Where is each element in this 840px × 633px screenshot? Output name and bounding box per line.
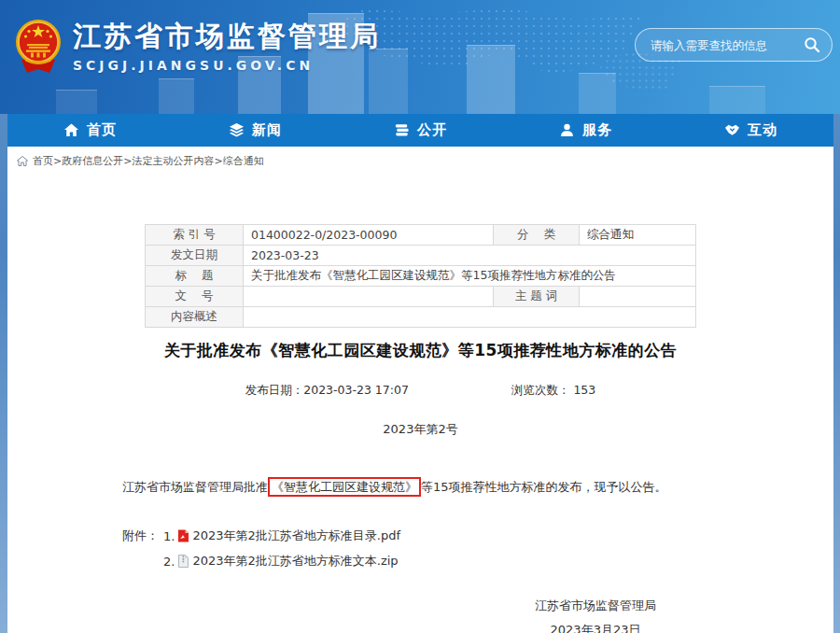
signature-date: 2023年3月23日 [497,618,693,633]
meta-label-summary: 内容概述 [146,307,244,328]
attachment-name: 2023年第2批江苏省地方标准目录.pdf [192,528,400,544]
books-icon [394,122,410,138]
nav-label: 公开 [417,121,447,139]
meta-value-date: 2023-03-23 [244,246,696,266]
view-count: 浏览次数： 153 [511,383,595,399]
meta-value-title: 关于批准发布《智慧化工园区建设规范》等15项推荐性地方标准的公告 [244,266,696,287]
meta-label-keywords: 主 题 词 [494,287,580,307]
attachment-index: 1. [163,529,175,543]
main-nav: 首页 新闻 公开 服务 [7,114,833,147]
site-banner: 江苏省市场监督管理局 SCJGJ.JIANGSU.GOV.CN [0,0,840,114]
meta-label-category: 分 类 [494,225,580,246]
breadcrumb: 首页>政府信息公开>法定主动公开内容>综合通知 [7,147,833,173]
home-icon [63,122,79,138]
nav-item-interaction[interactable]: 互动 [668,114,833,147]
article-title: 关于批准发布《智慧化工园区建设规范》等15项推荐性地方标准的公告 [7,340,833,361]
page: 江苏省市场监督管理局 SCJGJ.JIANGSU.GOV.CN 首页 [0,0,840,633]
zip-icon [177,555,189,568]
cityscape-decoration [467,45,515,114]
signature-organization: 江苏省市场监督管理局 [497,594,693,618]
search-box [635,28,833,62]
meta-label-docno: 文 号 [146,287,244,307]
attachment-index: 2. [163,555,175,569]
document-meta-table: 索 引 号 01400022-0/2023-00090 分 类 综合通知 发文日… [145,224,696,328]
nav-label: 互动 [748,121,777,139]
document-number: 2023年第2号 [7,421,833,438]
nav-item-services[interactable]: 服务 [503,114,668,147]
attachment-link-zip[interactable]: 2. 2023年第2批江苏省地方标准文本.zip [163,553,400,570]
nav-item-news[interactable]: 新闻 [173,114,338,147]
nav-label: 新闻 [252,121,282,139]
meta-value-docno [244,287,494,307]
attachment-list: 1. 2023年第2批江苏省地方标准目录.pdf 2. [163,528,400,570]
meta-value-index: 01400022-0/2023-00090 [244,225,494,246]
signature-block: 江苏省市场监督管理局 2023年3月23日 [497,594,693,633]
attachments: 附件： 1. 2023年第2批江苏省地方标准目录.pdf 2. [122,528,833,570]
publish-date: 发布日期：2023-03-23 17:07 [245,383,409,399]
site-title: 江苏省市场监督管理局 [73,19,381,54]
attachment-label: 附件： [122,528,163,570]
home-icon [17,156,28,166]
handshake-icon [724,122,740,138]
highlighted-standard-name: 《智慧化工园区建设规范》 [268,477,421,497]
national-emblem-icon [15,19,62,75]
nav-item-home[interactable]: 首页 [7,114,173,147]
site-brand: 江苏省市场监督管理局 SCJGJ.JIANGSU.GOV.CN [15,19,381,75]
breadcrumb-path[interactable]: 首页>政府信息公开>法定主动公开内容>综合通知 [33,154,264,168]
attachment-link-pdf[interactable]: 1. 2023年第2批江苏省地方标准目录.pdf [163,528,400,544]
attachment-name: 2023年第2批江苏省地方标准文本.zip [192,553,398,570]
search-input[interactable] [651,38,804,52]
user-icon [559,122,575,138]
site-domain: SCJGJ.JIANGSU.GOV.CN [73,58,381,73]
layers-icon [229,122,245,138]
meta-label-title: 标 题 [146,266,244,287]
meta-value-keywords [580,287,696,307]
meta-value-category: 综合通知 [580,225,696,246]
content-area: 首页>政府信息公开>法定主动公开内容>综合通知 索 引 号 01400022-0… [7,147,833,633]
article-body: 江苏省市场监督管理局批准《智慧化工园区建设规范》等15项推荐性地方标准的发布，现… [122,477,777,497]
meta-label-date: 发文日期 [146,246,244,266]
cityscape-decoration [159,78,194,114]
nav-label: 首页 [87,121,117,139]
meta-label-index: 索 引 号 [146,225,244,246]
cityscape-decoration [709,86,765,114]
meta-value-summary [244,307,696,328]
article-meta-row: 发布日期：2023-03-23 17:07 浏览次数： 153 [7,383,833,399]
nav-item-disclosure[interactable]: 公开 [338,114,503,147]
search-icon[interactable] [804,36,820,53]
cityscape-decoration [56,90,97,114]
pdf-icon [177,529,189,542]
cityscape-decoration [579,73,616,114]
nav-label: 服务 [582,121,612,139]
